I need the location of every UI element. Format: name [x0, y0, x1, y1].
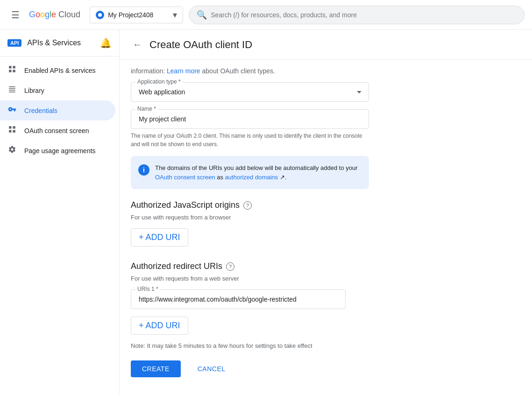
redirect-uris-title: Authorized redirect URIs ?: [131, 261, 521, 271]
logo-g: G: [29, 10, 35, 20]
redirect-uris-desc: For use with requests from a web server: [131, 275, 521, 282]
oauth-consent-link[interactable]: OAuth consent screen: [155, 174, 215, 181]
authorized-domains-link[interactable]: authorized domains: [225, 174, 278, 181]
logo-cloud: Cloud: [58, 10, 80, 20]
logo-text: Google Cloud: [29, 10, 80, 20]
sidebar-label-credentials: Credentials: [24, 107, 57, 114]
page-title: Create OAuth client ID: [149, 39, 252, 51]
uris-1-input[interactable]: [131, 289, 346, 309]
uri-field-container: URIs 1 *: [131, 289, 346, 309]
name-input[interactable]: [131, 109, 369, 129]
redirect-uris-title-text: Authorized redirect URIs: [131, 261, 222, 271]
js-origins-title: Authorized JavaScript origins ?: [131, 200, 521, 210]
svg-rect-7: [9, 90, 15, 91]
search-bar[interactable]: 🔍: [189, 6, 525, 24]
svg-rect-10: [13, 126, 15, 128]
logo-e: e: [51, 10, 56, 20]
info-text-suffix: about OAuth client types.: [200, 67, 275, 75]
project-name: My Project2408: [108, 11, 169, 19]
add-uri-label: ADD URI: [146, 233, 180, 242]
cancel-button[interactable]: CANCEL: [186, 360, 237, 377]
redirect-uris-add-uri-button[interactable]: + ADD URI: [131, 317, 188, 335]
content-area: ← Create OAuth client ID information: Le…: [120, 30, 532, 395]
redirect-add-uri-label: ADD URI: [146, 321, 180, 331]
add-uri-plus-icon: +: [139, 233, 144, 242]
sidebar: API APIs & Services 🔔 Enabled APIs & ser…: [0, 30, 120, 395]
search-input[interactable]: [211, 11, 517, 19]
svg-rect-5: [9, 86, 15, 87]
info-box: i The domains of the URIs you add below …: [131, 156, 369, 189]
api-badge: API: [7, 39, 21, 47]
info-text: information: Learn more about OAuth clie…: [131, 67, 521, 75]
svg-rect-11: [9, 130, 11, 133]
sidebar-nav: Enabled APIs & services Library Credenti…: [0, 56, 119, 164]
form-actions: CREATE CANCEL: [131, 360, 521, 388]
project-icon: [96, 11, 104, 19]
svg-rect-8: [9, 92, 15, 92]
project-dropdown-arrow: ▾: [173, 10, 177, 20]
js-origins-section: Authorized JavaScript origins ? For use …: [131, 200, 521, 247]
page-header: ← Create OAuth client ID: [120, 30, 532, 60]
top-bar: ☰ Google Cloud My Project2408 ▾ 🔍: [0, 0, 532, 30]
sidebar-label-page-usage: Page usage agreements: [24, 147, 96, 155]
info-box-icon: i: [138, 164, 149, 176]
create-button[interactable]: CREATE: [131, 360, 181, 377]
svg-rect-12: [13, 130, 15, 133]
back-button[interactable]: ←: [131, 37, 144, 52]
svg-rect-2: [13, 66, 15, 68]
sidebar-item-oauth-consent[interactable]: OAuth consent screen: [0, 120, 115, 141]
search-icon: 🔍: [197, 10, 207, 20]
info-text-prefix: information:: [131, 67, 167, 75]
sidebar-label-oauth: OAuth consent screen: [24, 127, 89, 134]
oauth-icon: [7, 125, 17, 136]
sidebar-label-enabled-apis: Enabled APIs & services: [24, 67, 96, 74]
js-origins-help-icon[interactable]: ?: [243, 201, 252, 210]
logo-o1: o: [35, 10, 40, 20]
project-selector[interactable]: My Project2408 ▾: [90, 7, 183, 23]
note-text: Note: It may take 5 minutes to a few hou…: [131, 342, 521, 349]
google-cloud-logo[interactable]: Google Cloud: [29, 10, 80, 20]
svg-rect-3: [9, 70, 11, 72]
credentials-icon: [7, 105, 17, 116]
sidebar-label-library: Library: [24, 87, 44, 94]
name-helper-text: The name of your OAuth 2.0 client. This …: [131, 132, 369, 148]
redirect-add-uri-plus-icon: +: [139, 321, 144, 331]
info-box-text-before: The domains of the URIs you add below wi…: [155, 164, 358, 171]
redirect-uris-section: Authorized redirect URIs ? For use with …: [131, 261, 521, 335]
svg-rect-4: [13, 70, 15, 72]
js-origins-add-uri-button[interactable]: + ADD URI: [131, 228, 188, 247]
svg-rect-6: [9, 88, 15, 89]
name-label: Name *: [135, 106, 158, 112]
svg-point-0: [98, 13, 102, 17]
sidebar-header: API APIs & Services 🔔: [0, 30, 119, 56]
svg-rect-1: [9, 66, 11, 68]
js-origins-desc: For use with requests from a browser: [131, 214, 521, 221]
uri-field-label: URIs 1 *: [135, 286, 160, 292]
application-type-select[interactable]: Web application Android Chrome App iOS T…: [131, 82, 369, 102]
form-body: information: Learn more about OAuth clie…: [120, 60, 532, 395]
sidebar-item-library[interactable]: Library: [0, 80, 115, 100]
application-type-label: Application type *: [135, 78, 183, 85]
application-type-group: Application type * Web application Andro…: [131, 82, 521, 102]
info-box-text: The domains of the URIs you add below wi…: [155, 163, 362, 182]
sidebar-item-credentials[interactable]: Credentials: [0, 100, 115, 120]
redirect-uris-help-icon[interactable]: ?: [226, 262, 234, 271]
sidebar-item-enabled-apis[interactable]: Enabled APIs & services: [0, 60, 115, 80]
page-usage-icon: [7, 145, 17, 156]
info-box-text-middle: as: [215, 174, 225, 181]
svg-rect-9: [9, 126, 11, 128]
grid-icon: [7, 65, 17, 76]
logo-g2: g: [45, 10, 50, 20]
main-layout: API APIs & Services 🔔 Enabled APIs & ser…: [0, 30, 532, 395]
learn-more-link[interactable]: Learn more: [167, 67, 200, 75]
notification-icon[interactable]: 🔔: [100, 37, 112, 49]
hamburger-menu[interactable]: ☰: [7, 6, 23, 24]
sidebar-title: APIs & Services: [27, 39, 81, 47]
library-icon: [7, 85, 17, 96]
info-box-text-after: .: [285, 174, 287, 181]
logo-o2: o: [40, 10, 45, 20]
name-group: Name * The name of your OAuth 2.0 client…: [131, 109, 521, 148]
sidebar-item-page-usage[interactable]: Page usage agreements: [0, 141, 115, 161]
js-origins-title-text: Authorized JavaScript origins: [131, 200, 240, 210]
